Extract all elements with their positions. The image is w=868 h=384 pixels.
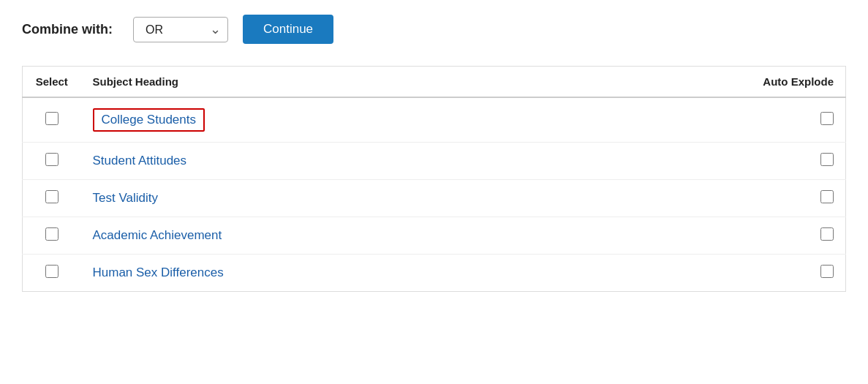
results-table: Select Subject Heading Auto Explode Coll… (22, 66, 846, 292)
subject-link[interactable]: Student Attitudes (93, 154, 187, 167)
select-cell (23, 217, 81, 255)
subject-cell: Test Validity (81, 180, 744, 217)
continue-button[interactable]: Continue (243, 15, 333, 44)
col-header-select: Select (23, 67, 81, 98)
toolbar: Combine with: OR AND NOT ⌄ Continue (22, 15, 846, 44)
subject-link[interactable]: College Students (93, 108, 205, 132)
autoexplode-cell (744, 255, 846, 292)
autoexplode-cell (744, 97, 846, 143)
autoexplode-checkbox[interactable] (820, 153, 834, 166)
select-cell (23, 97, 81, 143)
autoexplode-checkbox[interactable] (820, 227, 834, 241)
subject-link[interactable]: Test Validity (93, 191, 158, 205)
table-row: Test Validity (23, 180, 846, 217)
select-checkbox[interactable] (45, 227, 59, 241)
subject-link[interactable]: Human Sex Differences (93, 266, 224, 279)
select-cell (23, 180, 81, 217)
select-checkbox[interactable] (45, 112, 59, 125)
autoexplode-cell (744, 143, 846, 180)
select-checkbox[interactable] (45, 265, 59, 278)
table-row: Student Attitudes (23, 143, 846, 180)
autoexplode-checkbox[interactable] (820, 112, 834, 125)
autoexplode-checkbox[interactable] (820, 265, 834, 278)
select-cell (23, 255, 81, 292)
col-header-autoexplode: Auto Explode (744, 67, 846, 98)
table-row: College Students (23, 97, 846, 143)
select-cell (23, 143, 81, 180)
subject-cell: Human Sex Differences (81, 255, 744, 292)
autoexplode-cell (744, 180, 846, 217)
combine-label: Combine with: (22, 22, 113, 37)
select-checkbox[interactable] (45, 153, 59, 166)
table-header-row: Select Subject Heading Auto Explode (23, 67, 846, 98)
table-row: Academic Achievement (23, 217, 846, 255)
combine-select[interactable]: OR AND NOT (133, 17, 228, 42)
table-row: Human Sex Differences (23, 255, 846, 292)
select-checkbox[interactable] (45, 190, 59, 203)
col-header-subject: Subject Heading (81, 67, 744, 98)
autoexplode-checkbox[interactable] (820, 190, 834, 203)
subject-cell: College Students (81, 97, 744, 143)
subject-link[interactable]: Academic Achievement (93, 228, 222, 242)
subject-cell: Academic Achievement (81, 217, 744, 255)
subject-cell: Student Attitudes (81, 143, 744, 180)
combine-select-wrapper: OR AND NOT ⌄ (133, 17, 228, 42)
autoexplode-cell (744, 217, 846, 255)
